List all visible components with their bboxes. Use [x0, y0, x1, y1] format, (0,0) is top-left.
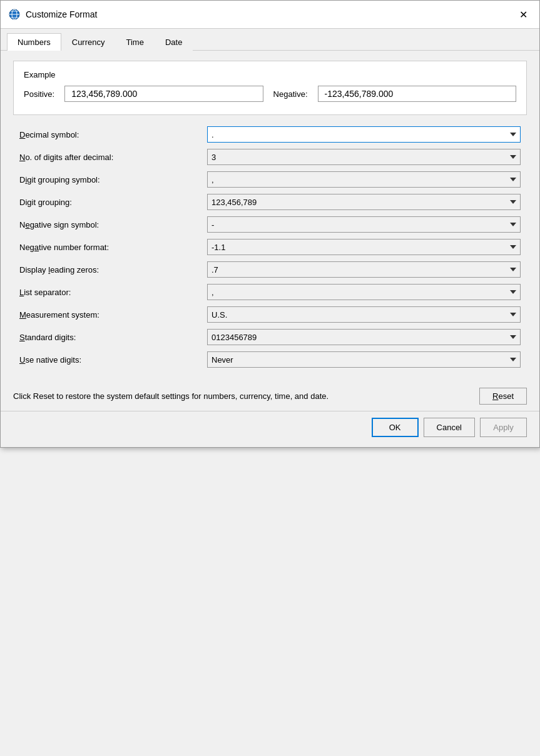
- reset-button[interactable]: Reset: [479, 388, 527, 405]
- apply-button: Apply: [480, 418, 527, 437]
- field-list-separator: List separator: , ; |: [19, 283, 521, 301]
- form-section: Decimal symbol: . , No. of digits after …: [13, 125, 527, 369]
- negative-label: Negative:: [273, 89, 308, 99]
- dialog-button-row: OK Cancel Apply: [1, 411, 539, 447]
- field-standard-digits: Standard digits: 0123456789: [19, 328, 521, 346]
- label-negative-number-format: Negative number format:: [19, 243, 207, 252]
- tab-content: Example Positive: 123,456,789.000 Negati…: [1, 51, 539, 379]
- positive-value: 123,456,789.000: [64, 86, 263, 102]
- control-list-separator: , ; |: [207, 284, 521, 300]
- select-negative-sign-symbol[interactable]: - (): [207, 216, 521, 233]
- field-digit-grouping: Digit grouping: 123,456,789 12,34,56,789…: [19, 193, 521, 211]
- label-digits-after-decimal: No. of digits after decimal:: [19, 153, 207, 162]
- window-title: Customize Format: [26, 9, 97, 19]
- field-decimal-symbol: Decimal symbol: . ,: [19, 125, 521, 144]
- label-list-separator: List separator:: [19, 288, 207, 297]
- tab-numbers[interactable]: Numbers: [7, 33, 61, 51]
- select-negative-number-format[interactable]: -1.1 (1.1) - 1.1 1.1- 1.1 -: [207, 239, 521, 255]
- label-standard-digits: Standard digits:: [19, 333, 207, 342]
- control-measurement-system: U.S. Metric: [207, 306, 521, 323]
- field-measurement-system: Measurement system: U.S. Metric: [19, 305, 521, 324]
- example-box: Example Positive: 123,456,789.000 Negati…: [13, 61, 527, 115]
- label-decimal-symbol: Decimal symbol:: [19, 130, 207, 139]
- title-bar-left: Customize Format: [8, 8, 97, 21]
- select-digit-grouping[interactable]: 123,456,789 12,34,56,789 123456789: [207, 194, 521, 210]
- select-use-native-digits[interactable]: Never National Traditional: [207, 351, 521, 368]
- select-standard-digits[interactable]: 0123456789: [207, 329, 521, 345]
- label-display-leading-zeros: Display leading zeros:: [19, 265, 207, 275]
- label-negative-sign-symbol: Negative sign symbol:: [19, 220, 207, 229]
- control-decimal-symbol: . ,: [207, 126, 521, 143]
- select-digits-after-decimal[interactable]: 0123 4567 89: [207, 149, 521, 165]
- globe-icon: [8, 8, 21, 21]
- field-digit-grouping-symbol: Digit grouping symbol: , .: [19, 170, 521, 189]
- select-display-leading-zeros[interactable]: .7 0.7: [207, 261, 521, 278]
- label-digit-grouping: Digit grouping:: [19, 198, 207, 207]
- field-use-native-digits: Use native digits: Never National Tradit…: [19, 350, 521, 369]
- label-use-native-digits: Use native digits:: [19, 355, 207, 365]
- control-digit-grouping-symbol: , .: [207, 171, 521, 188]
- control-display-leading-zeros: .7 0.7: [207, 261, 521, 278]
- close-button[interactable]: ✕: [514, 6, 532, 23]
- reset-note: Click Reset to restore the system defaul…: [13, 390, 467, 403]
- control-use-native-digits: Never National Traditional: [207, 351, 521, 368]
- title-bar: Customize Format ✕: [1, 1, 539, 29]
- bottom-section: Click Reset to restore the system defaul…: [1, 379, 539, 411]
- tab-date[interactable]: Date: [155, 33, 193, 51]
- customize-format-dialog: Customize Format ✕ Numbers Currency Time…: [0, 0, 540, 448]
- control-digits-after-decimal: 0123 4567 89: [207, 149, 521, 165]
- select-decimal-symbol[interactable]: . ,: [207, 126, 521, 143]
- positive-label: Positive:: [24, 89, 54, 99]
- select-measurement-system[interactable]: U.S. Metric: [207, 306, 521, 323]
- label-measurement-system: Measurement system:: [19, 310, 207, 320]
- control-standard-digits: 0123456789: [207, 329, 521, 345]
- example-title: Example: [24, 70, 516, 79]
- cancel-button[interactable]: Cancel: [424, 418, 475, 437]
- label-digit-grouping-symbol: Digit grouping symbol:: [19, 175, 207, 184]
- field-negative-sign-symbol: Negative sign symbol: - (): [19, 215, 521, 234]
- select-digit-grouping-symbol[interactable]: , .: [207, 171, 521, 188]
- select-list-separator[interactable]: , ; |: [207, 284, 521, 300]
- control-negative-number-format: -1.1 (1.1) - 1.1 1.1- 1.1 -: [207, 239, 521, 255]
- field-display-leading-zeros: Display leading zeros: .7 0.7: [19, 260, 521, 279]
- tab-time[interactable]: Time: [116, 33, 155, 51]
- control-negative-sign-symbol: - (): [207, 216, 521, 233]
- negative-value: -123,456,789.000: [318, 86, 516, 102]
- example-row: Positive: 123,456,789.000 Negative: -123…: [24, 86, 516, 102]
- ok-button[interactable]: OK: [372, 418, 419, 437]
- field-digits-after-decimal: No. of digits after decimal: 0123 4567 8…: [19, 148, 521, 166]
- control-digit-grouping: 123,456,789 12,34,56,789 123456789: [207, 194, 521, 210]
- tab-bar: Numbers Currency Time Date: [1, 29, 539, 51]
- tab-currency[interactable]: Currency: [61, 33, 116, 51]
- field-negative-number-format: Negative number format: -1.1 (1.1) - 1.1…: [19, 238, 521, 256]
